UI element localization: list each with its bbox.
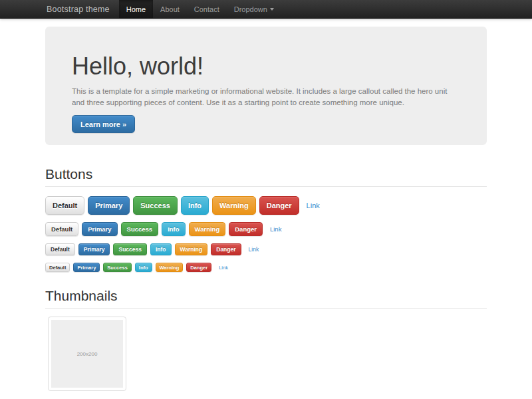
navbar-brand[interactable]: Bootstrap theme (45, 0, 119, 18)
info-button-lg[interactable]: Info (181, 196, 209, 215)
nav-item-label: Contact (194, 5, 219, 13)
primary-button-lg[interactable]: Primary (88, 196, 130, 215)
learn-more-button[interactable]: Learn more » (72, 115, 135, 133)
info-button-xs[interactable]: Info (135, 263, 152, 272)
warning-button-lg[interactable]: Warning (212, 196, 256, 215)
default-button-lg[interactable]: Default (45, 196, 84, 215)
info-button-md[interactable]: Info (162, 222, 185, 236)
nav-item-label: Dropdown (234, 5, 267, 13)
nav-item-label: About (160, 5, 180, 13)
danger-button-lg[interactable]: Danger (259, 196, 299, 215)
thumbnail-placeholder-image: 200x200 (51, 320, 123, 388)
default-button-sm[interactable]: Default (45, 243, 75, 255)
success-button-lg[interactable]: Success (133, 196, 178, 215)
warning-button-md[interactable]: Warning (189, 222, 226, 236)
default-button-md[interactable]: Default (45, 222, 78, 236)
button-row-xs: DefaultPrimarySuccessInfoWarningDangerLi… (45, 263, 487, 272)
link-button-md[interactable]: Link (270, 225, 281, 233)
success-button-md[interactable]: Success (121, 222, 159, 236)
button-row-sm: DefaultPrimarySuccessInfoWarningDangerLi… (45, 243, 487, 255)
link-button-lg[interactable]: Link (307, 201, 320, 209)
default-button-xs[interactable]: Default (45, 263, 70, 272)
buttons-section-title: Buttons (45, 166, 487, 182)
main-content: Hello, world! This is a template for a s… (45, 27, 487, 391)
link-button-sm[interactable]: Link (249, 246, 259, 253)
button-row-md: DefaultPrimarySuccessInfoWarningDangerLi… (45, 222, 487, 236)
primary-button-md[interactable]: Primary (82, 222, 117, 236)
link-button-xs[interactable]: Link (219, 265, 228, 271)
primary-button-xs[interactable]: Primary (73, 263, 100, 272)
thumbnails-section-title: Thumbnails (45, 288, 487, 304)
thumbnail[interactable]: 200x200 (48, 317, 126, 391)
success-button-xs[interactable]: Success (103, 263, 131, 272)
section-divider (45, 308, 487, 309)
success-button-sm[interactable]: Success (113, 243, 147, 255)
nav-item-dropdown[interactable]: Dropdown (227, 0, 281, 18)
button-rows: DefaultPrimarySuccessInfoWarningDangerLi… (45, 196, 487, 272)
warning-button-xs[interactable]: Warning (156, 263, 184, 272)
danger-button-md[interactable]: Danger (229, 222, 263, 236)
nav-item-contact[interactable]: Contact (187, 0, 227, 18)
primary-button-sm[interactable]: Primary (78, 243, 110, 255)
danger-button-xs[interactable]: Danger (186, 263, 211, 272)
nav-item-home[interactable]: Home (119, 0, 153, 18)
danger-button-sm[interactable]: Danger (211, 243, 241, 255)
caret-down-icon (270, 8, 274, 11)
hero-description: This is a template for a simple marketin… (72, 86, 460, 108)
hero-unit: Hello, world! This is a template for a s… (45, 27, 487, 145)
navbar: Bootstrap theme HomeAboutContactDropdown (0, 0, 532, 19)
info-button-sm[interactable]: Info (150, 243, 172, 255)
navbar-nav: HomeAboutContactDropdown (119, 0, 281, 18)
warning-button-sm[interactable]: Warning (175, 243, 208, 255)
button-row-lg: DefaultPrimarySuccessInfoWarningDangerLi… (45, 196, 487, 215)
section-divider (45, 186, 487, 187)
nav-item-about[interactable]: About (153, 0, 187, 18)
hero-title: Hello, world! (72, 52, 460, 80)
nav-item-label: Home (126, 5, 146, 13)
